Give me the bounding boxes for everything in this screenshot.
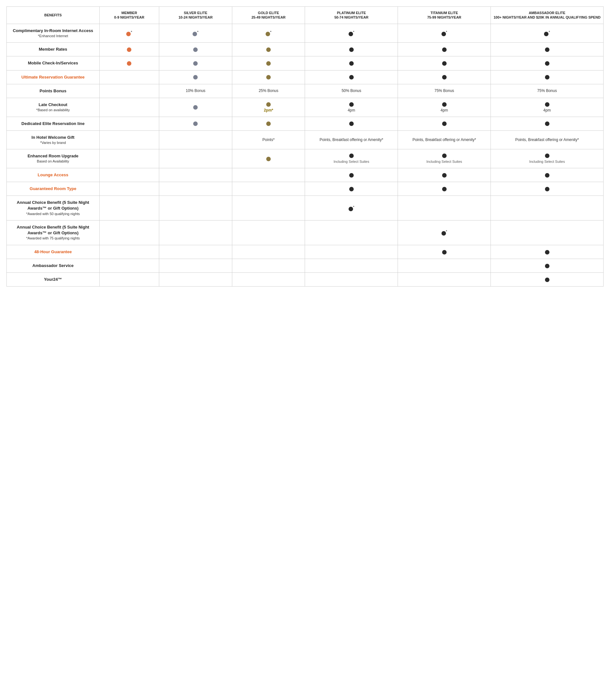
dot-icon <box>266 102 271 107</box>
table-row: Guaranteed Room Type <box>7 182 604 196</box>
dot-icon <box>127 47 131 52</box>
cell-ambassador: * <box>491 24 604 43</box>
cell-platinum <box>305 57 398 70</box>
cell-ambassador <box>491 117 604 130</box>
cell-gold <box>232 259 305 272</box>
cell-platinum: Including Select Suites <box>305 149 398 168</box>
cell-gold <box>232 43 305 57</box>
cell-ambassador <box>491 259 604 272</box>
dot-icon <box>545 102 549 107</box>
benefit-label-cell: Lounge Access <box>7 168 100 182</box>
cell-silver <box>159 130 232 149</box>
benefit-name: Enhanced Room Upgrade <box>28 154 79 158</box>
cell-member <box>99 70 159 84</box>
cell-gold <box>232 168 305 182</box>
col-header-gold: Gold Elite 25-49 nights/year <box>232 7 305 24</box>
table-row: Annual Choice Benefit (5 Suite Night Awa… <box>7 220 604 245</box>
table-row: Points Bonus10% Bonus25% Bonus50% Bonus7… <box>7 84 604 98</box>
table-row: Lounge Access <box>7 168 604 182</box>
cell-member <box>99 149 159 168</box>
cell-titanium <box>398 245 491 259</box>
benefit-link[interactable]: Guaranteed Room Type <box>30 186 77 191</box>
benefit-label-cell: Your24™ <box>7 273 100 287</box>
benefit-name: Mobile Check-In/Services <box>28 61 78 65</box>
dot-icon <box>442 75 447 79</box>
dot-icon <box>349 32 353 36</box>
cell-ambassador: Including Select Suites <box>491 149 604 168</box>
cell-platinum <box>305 220 398 245</box>
checkout-time: 4pm <box>440 108 448 112</box>
cell-text: 25% Bonus <box>259 89 278 93</box>
cell-member: * <box>99 24 159 43</box>
checkout-time: 2pm* <box>264 108 273 112</box>
cell-titanium <box>398 259 491 272</box>
cell-silver <box>159 168 232 182</box>
dot-icon <box>545 47 549 52</box>
cell-silver <box>159 57 232 70</box>
dot-icon <box>442 61 447 66</box>
benefit-label-cell: Annual Choice Benefit (5 Suite Night Awa… <box>7 220 100 245</box>
dot-icon <box>266 122 271 126</box>
benefit-label-cell: Ultimate Reservation Guarantee <box>7 70 100 84</box>
cell-platinum: * <box>305 196 398 221</box>
dot-icon <box>545 187 549 191</box>
cell-gold: 2pm* <box>232 98 305 117</box>
cell-titanium <box>398 182 491 196</box>
cell-text: Points* <box>262 138 275 142</box>
dot-icon <box>545 61 549 66</box>
dot-icon <box>442 187 447 191</box>
col-header-benefits: Benefits <box>7 7 100 24</box>
cell-silver <box>159 43 232 57</box>
benefit-label-cell: Complimentary In-Room Internet Access*En… <box>7 24 100 43</box>
checkout-time: 4pm <box>348 108 355 112</box>
cell-ambassador <box>491 245 604 259</box>
table-row: Mobile Check-In/Services <box>7 57 604 70</box>
benefit-label-cell: Ambassador Service <box>7 259 100 272</box>
dot-icon <box>266 32 270 36</box>
dot-icon <box>545 264 549 268</box>
cell-text: Points, Breakfast offering or Amenity* <box>515 138 579 142</box>
benefit-label-cell: Guaranteed Room Type <box>7 182 100 196</box>
dot-icon <box>349 75 354 79</box>
col-header-ambassador: Ambassador Elite 100+ nights/year and $2… <box>491 7 604 24</box>
dot-icon <box>349 207 353 211</box>
dot-icon <box>442 250 447 254</box>
dot-icon <box>193 122 198 126</box>
benefits-table-container: Benefits Member 0-9 nights/year Silver E… <box>0 0 610 293</box>
cell-titanium: * <box>398 24 491 43</box>
cell-ambassador <box>491 168 604 182</box>
benefit-link[interactable]: Ultimate Reservation Guarantee <box>21 75 84 79</box>
cell-gold <box>232 149 305 168</box>
dot-icon <box>544 32 548 36</box>
cell-platinum <box>305 182 398 196</box>
cell-ambassador <box>491 273 604 287</box>
cell-gold <box>232 220 305 245</box>
benefit-sub: *Varies by brand <box>9 140 97 145</box>
dot-icon <box>193 32 197 36</box>
cell-ambassador <box>491 196 604 221</box>
table-row: Enhanced Room UpgradeBased on Availabili… <box>7 149 604 168</box>
cell-silver <box>159 245 232 259</box>
benefit-link[interactable]: 48-Hour Guarantee <box>34 249 72 254</box>
cell-gold <box>232 245 305 259</box>
cell-member <box>99 182 159 196</box>
dot-icon <box>349 122 354 126</box>
cell-member <box>99 196 159 221</box>
cell-silver <box>159 273 232 287</box>
benefit-label-cell: Dedicated Elite Reservation line <box>7 117 100 130</box>
cell-text: 50% Bonus <box>341 89 361 93</box>
cell-silver <box>159 117 232 130</box>
dot-icon <box>442 32 446 36</box>
cell-text: 75% Bonus <box>537 89 557 93</box>
cell-ambassador: Points, Breakfast offering or Amenity* <box>491 130 604 149</box>
benefit-label-cell: Late Checkout*Based on availability <box>7 98 100 117</box>
benefit-name: Complimentary In-Room Internet Access <box>13 28 93 33</box>
benefit-sub: *Enhanced Internet <box>9 34 97 38</box>
benefit-link[interactable]: Lounge Access <box>38 172 68 177</box>
benefit-sub: *Awarded with 75 qualifying nights <box>9 236 97 241</box>
cell-platinum: 4pm <box>305 98 398 117</box>
cell-member <box>99 273 159 287</box>
cell-silver <box>159 259 232 272</box>
dot-icon <box>545 122 549 126</box>
cell-platinum <box>305 117 398 130</box>
